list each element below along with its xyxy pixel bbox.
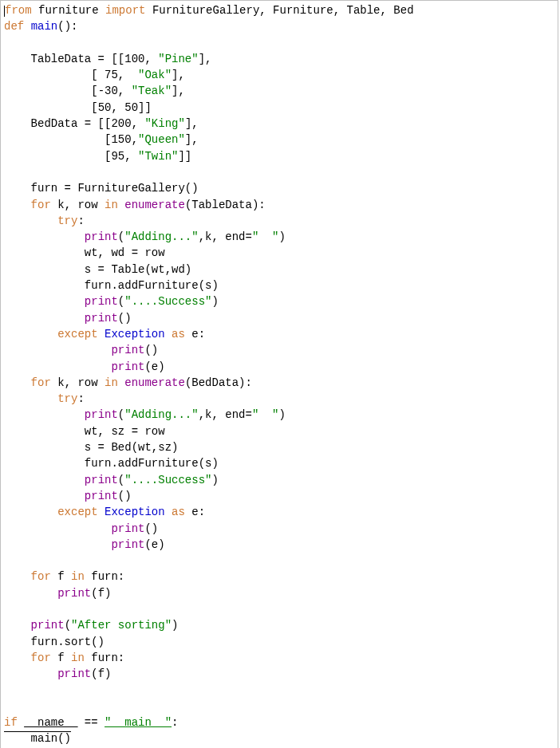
code-text: , (144, 53, 158, 65)
module-name: furniture (38, 4, 99, 17)
indent (4, 538, 111, 551)
paren: ) (211, 474, 218, 486)
code-text: [ (4, 150, 111, 163)
code-text: e: (185, 506, 205, 518)
indent (4, 474, 85, 486)
paren: ) (172, 619, 178, 632)
keyword-as: as (172, 328, 185, 341)
builtin-print: print (31, 619, 65, 632)
builtin-call: enumerate (118, 199, 185, 211)
code-text: [ (4, 85, 98, 97)
keyword-for: for (31, 199, 51, 211)
indent (4, 328, 57, 341)
code-text: ], (199, 53, 212, 65)
code-text: [ (4, 133, 111, 146)
code-editor[interactable]: from furniture import FurnitureGallery, … (0, 0, 558, 748)
string: "Pine" (158, 53, 198, 65)
paren: () (118, 312, 132, 325)
exception-class: Exception (105, 506, 165, 518)
code-text: TableData = [[ (4, 53, 124, 65)
keyword-for: for (31, 570, 51, 583)
indent (4, 295, 85, 308)
indent (4, 392, 57, 405)
builtin-print: print (85, 490, 118, 502)
indent (4, 667, 57, 680)
indent (4, 360, 111, 373)
function-name: main (31, 20, 58, 33)
indent (4, 230, 85, 243)
code-text: ]] (178, 150, 191, 163)
string: " " (252, 408, 279, 421)
code-text: [ (4, 101, 98, 114)
code-text: s = Table(wt,wd) (4, 263, 191, 276)
keyword-import: import (105, 4, 145, 17)
string: "After sorting" (71, 619, 172, 632)
string: "....Success" (124, 474, 211, 486)
code-text: ,k, end= (199, 230, 252, 243)
sp (98, 506, 105, 518)
keyword-for: for (31, 376, 51, 389)
paren: (e) (144, 360, 164, 373)
code-text: (BedData): (185, 376, 252, 389)
indent (4, 408, 85, 421)
builtin-print: print (111, 538, 144, 551)
paren: ) (279, 230, 286, 243)
code-text: f (51, 652, 71, 664)
code-text: k, row (51, 199, 105, 211)
code-text: f (51, 570, 71, 583)
code-text: furn: (85, 652, 124, 664)
keyword-try: try (57, 392, 77, 405)
code-text: , (111, 101, 124, 114)
code-text: , (118, 69, 138, 81)
code-text: main() (4, 732, 71, 745)
keyword-in: in (71, 652, 85, 664)
string: "Teak" (132, 85, 172, 97)
code-text: k, row (51, 376, 105, 389)
code-text: s = Bed(wt,sz) (4, 441, 178, 454)
code-text: , (124, 150, 138, 163)
num: 50 (124, 101, 138, 114)
colon: : (172, 716, 178, 729)
code-text: ], (172, 69, 185, 81)
paren: ( (118, 230, 124, 243)
paren: () (144, 344, 158, 356)
string: "Twin" (138, 150, 178, 163)
keyword-except: except (57, 506, 97, 518)
num: 75 (105, 69, 118, 81)
builtin-call: enumerate (118, 376, 185, 389)
sp (98, 328, 105, 341)
keyword-except: except (57, 328, 97, 341)
code-text: , (118, 85, 132, 97)
string: "....Success" (124, 295, 211, 308)
indent (4, 506, 57, 518)
builtin-print: print (85, 230, 118, 243)
string: "__main__" (105, 716, 172, 729)
builtin-print: print (85, 295, 118, 308)
builtin-print: print (85, 312, 118, 325)
code-text: ]] (138, 101, 152, 114)
num: 95 (111, 150, 124, 163)
num: 200 (111, 117, 131, 130)
indent (4, 570, 31, 583)
code-text: == (77, 716, 105, 729)
indent (4, 587, 57, 600)
code-text: , (132, 133, 138, 146)
code-text: (TableData): (185, 199, 266, 211)
paren: ) (279, 408, 286, 421)
paren: () (144, 522, 158, 535)
keyword-as: as (172, 506, 185, 518)
indent (4, 344, 111, 356)
code-text: furn.addFurniture(s) (4, 457, 219, 470)
paren: ( (65, 619, 71, 632)
code-text: e: (185, 328, 205, 341)
indent (4, 490, 85, 502)
string: "Adding..." (124, 230, 198, 243)
paren: ( (118, 408, 124, 421)
keyword-def: def (4, 20, 24, 33)
indent (4, 619, 31, 632)
paren: (f) (91, 587, 111, 600)
keyword-from: from (5, 4, 32, 17)
code-text: wt, sz = row (4, 425, 165, 438)
code-text: BedData = [[ (4, 117, 111, 130)
builtin-print: print (57, 587, 91, 600)
